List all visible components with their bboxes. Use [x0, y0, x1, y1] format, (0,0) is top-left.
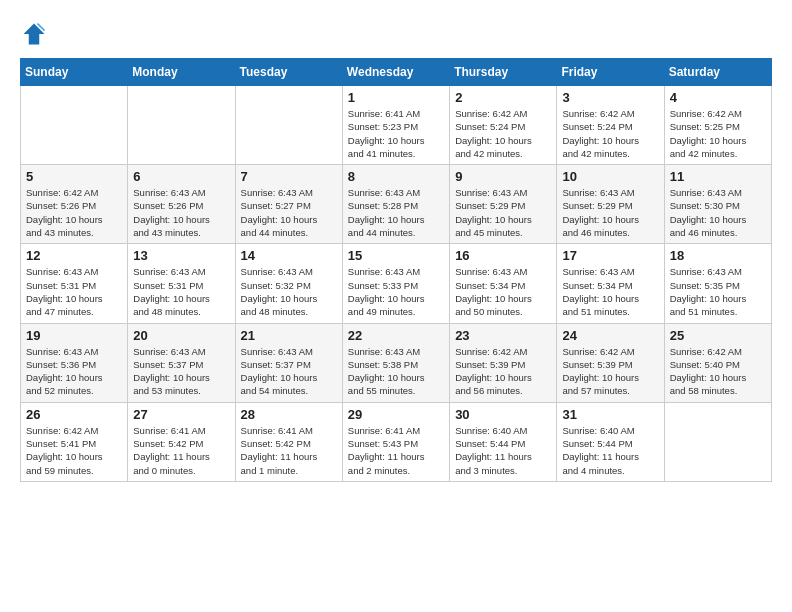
day-info: Sunrise: 6:43 AM Sunset: 5:34 PM Dayligh… — [562, 265, 658, 318]
logo-icon — [20, 20, 48, 48]
calendar-cell: 31Sunrise: 6:40 AM Sunset: 5:44 PM Dayli… — [557, 402, 664, 481]
day-info: Sunrise: 6:43 AM Sunset: 5:37 PM Dayligh… — [241, 345, 337, 398]
day-info: Sunrise: 6:42 AM Sunset: 5:40 PM Dayligh… — [670, 345, 766, 398]
calendar-cell — [664, 402, 771, 481]
day-info: Sunrise: 6:42 AM Sunset: 5:25 PM Dayligh… — [670, 107, 766, 160]
weekday-header-friday: Friday — [557, 59, 664, 86]
weekday-header-wednesday: Wednesday — [342, 59, 449, 86]
day-info: Sunrise: 6:43 AM Sunset: 5:35 PM Dayligh… — [670, 265, 766, 318]
day-number: 10 — [562, 169, 658, 184]
calendar-cell: 25Sunrise: 6:42 AM Sunset: 5:40 PM Dayli… — [664, 323, 771, 402]
weekday-header-row: SundayMondayTuesdayWednesdayThursdayFrid… — [21, 59, 772, 86]
day-info: Sunrise: 6:43 AM Sunset: 5:31 PM Dayligh… — [133, 265, 229, 318]
calendar-cell: 13Sunrise: 6:43 AM Sunset: 5:31 PM Dayli… — [128, 244, 235, 323]
day-info: Sunrise: 6:40 AM Sunset: 5:44 PM Dayligh… — [455, 424, 551, 477]
day-info: Sunrise: 6:43 AM Sunset: 5:37 PM Dayligh… — [133, 345, 229, 398]
day-number: 18 — [670, 248, 766, 263]
day-number: 29 — [348, 407, 444, 422]
week-row-5: 26Sunrise: 6:42 AM Sunset: 5:41 PM Dayli… — [21, 402, 772, 481]
day-info: Sunrise: 6:42 AM Sunset: 5:26 PM Dayligh… — [26, 186, 122, 239]
week-row-2: 5Sunrise: 6:42 AM Sunset: 5:26 PM Daylig… — [21, 165, 772, 244]
calendar-cell: 17Sunrise: 6:43 AM Sunset: 5:34 PM Dayli… — [557, 244, 664, 323]
day-info: Sunrise: 6:43 AM Sunset: 5:31 PM Dayligh… — [26, 265, 122, 318]
calendar-cell: 12Sunrise: 6:43 AM Sunset: 5:31 PM Dayli… — [21, 244, 128, 323]
day-number: 13 — [133, 248, 229, 263]
day-number: 30 — [455, 407, 551, 422]
day-info: Sunrise: 6:40 AM Sunset: 5:44 PM Dayligh… — [562, 424, 658, 477]
day-info: Sunrise: 6:41 AM Sunset: 5:42 PM Dayligh… — [133, 424, 229, 477]
calendar-cell — [235, 86, 342, 165]
calendar-cell: 4Sunrise: 6:42 AM Sunset: 5:25 PM Daylig… — [664, 86, 771, 165]
day-number: 28 — [241, 407, 337, 422]
calendar-cell: 27Sunrise: 6:41 AM Sunset: 5:42 PM Dayli… — [128, 402, 235, 481]
day-info: Sunrise: 6:41 AM Sunset: 5:42 PM Dayligh… — [241, 424, 337, 477]
day-info: Sunrise: 6:43 AM Sunset: 5:30 PM Dayligh… — [670, 186, 766, 239]
day-number: 1 — [348, 90, 444, 105]
day-info: Sunrise: 6:42 AM Sunset: 5:24 PM Dayligh… — [562, 107, 658, 160]
calendar-cell: 30Sunrise: 6:40 AM Sunset: 5:44 PM Dayli… — [450, 402, 557, 481]
day-info: Sunrise: 6:42 AM Sunset: 5:41 PM Dayligh… — [26, 424, 122, 477]
calendar-table: SundayMondayTuesdayWednesdayThursdayFrid… — [20, 58, 772, 482]
calendar-cell: 23Sunrise: 6:42 AM Sunset: 5:39 PM Dayli… — [450, 323, 557, 402]
week-row-4: 19Sunrise: 6:43 AM Sunset: 5:36 PM Dayli… — [21, 323, 772, 402]
calendar-cell: 6Sunrise: 6:43 AM Sunset: 5:26 PM Daylig… — [128, 165, 235, 244]
day-number: 23 — [455, 328, 551, 343]
day-number: 26 — [26, 407, 122, 422]
calendar-cell: 26Sunrise: 6:42 AM Sunset: 5:41 PM Dayli… — [21, 402, 128, 481]
calendar-cell: 29Sunrise: 6:41 AM Sunset: 5:43 PM Dayli… — [342, 402, 449, 481]
day-number: 5 — [26, 169, 122, 184]
calendar-cell: 19Sunrise: 6:43 AM Sunset: 5:36 PM Dayli… — [21, 323, 128, 402]
page-header — [20, 20, 772, 48]
calendar-cell: 5Sunrise: 6:42 AM Sunset: 5:26 PM Daylig… — [21, 165, 128, 244]
day-info: Sunrise: 6:43 AM Sunset: 5:26 PM Dayligh… — [133, 186, 229, 239]
calendar-cell: 21Sunrise: 6:43 AM Sunset: 5:37 PM Dayli… — [235, 323, 342, 402]
day-number: 4 — [670, 90, 766, 105]
day-number: 14 — [241, 248, 337, 263]
day-number: 20 — [133, 328, 229, 343]
weekday-header-tuesday: Tuesday — [235, 59, 342, 86]
week-row-3: 12Sunrise: 6:43 AM Sunset: 5:31 PM Dayli… — [21, 244, 772, 323]
calendar-cell: 16Sunrise: 6:43 AM Sunset: 5:34 PM Dayli… — [450, 244, 557, 323]
day-info: Sunrise: 6:43 AM Sunset: 5:28 PM Dayligh… — [348, 186, 444, 239]
logo — [20, 20, 52, 48]
day-info: Sunrise: 6:42 AM Sunset: 5:39 PM Dayligh… — [455, 345, 551, 398]
calendar-cell: 18Sunrise: 6:43 AM Sunset: 5:35 PM Dayli… — [664, 244, 771, 323]
day-info: Sunrise: 6:43 AM Sunset: 5:29 PM Dayligh… — [455, 186, 551, 239]
week-row-1: 1Sunrise: 6:41 AM Sunset: 5:23 PM Daylig… — [21, 86, 772, 165]
calendar-cell: 10Sunrise: 6:43 AM Sunset: 5:29 PM Dayli… — [557, 165, 664, 244]
day-info: Sunrise: 6:43 AM Sunset: 5:36 PM Dayligh… — [26, 345, 122, 398]
day-number: 9 — [455, 169, 551, 184]
calendar-cell: 15Sunrise: 6:43 AM Sunset: 5:33 PM Dayli… — [342, 244, 449, 323]
day-info: Sunrise: 6:43 AM Sunset: 5:27 PM Dayligh… — [241, 186, 337, 239]
day-info: Sunrise: 6:41 AM Sunset: 5:23 PM Dayligh… — [348, 107, 444, 160]
day-number: 19 — [26, 328, 122, 343]
calendar-cell — [128, 86, 235, 165]
day-number: 17 — [562, 248, 658, 263]
day-info: Sunrise: 6:43 AM Sunset: 5:33 PM Dayligh… — [348, 265, 444, 318]
day-number: 16 — [455, 248, 551, 263]
day-info: Sunrise: 6:43 AM Sunset: 5:38 PM Dayligh… — [348, 345, 444, 398]
day-number: 27 — [133, 407, 229, 422]
day-number: 22 — [348, 328, 444, 343]
day-number: 24 — [562, 328, 658, 343]
day-number: 8 — [348, 169, 444, 184]
day-number: 2 — [455, 90, 551, 105]
day-number: 15 — [348, 248, 444, 263]
day-info: Sunrise: 6:43 AM Sunset: 5:34 PM Dayligh… — [455, 265, 551, 318]
weekday-header-saturday: Saturday — [664, 59, 771, 86]
day-number: 25 — [670, 328, 766, 343]
day-number: 3 — [562, 90, 658, 105]
calendar-cell: 24Sunrise: 6:42 AM Sunset: 5:39 PM Dayli… — [557, 323, 664, 402]
weekday-header-thursday: Thursday — [450, 59, 557, 86]
day-number: 21 — [241, 328, 337, 343]
weekday-header-sunday: Sunday — [21, 59, 128, 86]
calendar-cell: 1Sunrise: 6:41 AM Sunset: 5:23 PM Daylig… — [342, 86, 449, 165]
day-number: 6 — [133, 169, 229, 184]
calendar-cell — [21, 86, 128, 165]
day-info: Sunrise: 6:41 AM Sunset: 5:43 PM Dayligh… — [348, 424, 444, 477]
day-info: Sunrise: 6:42 AM Sunset: 5:24 PM Dayligh… — [455, 107, 551, 160]
calendar-cell: 22Sunrise: 6:43 AM Sunset: 5:38 PM Dayli… — [342, 323, 449, 402]
weekday-header-monday: Monday — [128, 59, 235, 86]
day-number: 7 — [241, 169, 337, 184]
calendar-cell: 3Sunrise: 6:42 AM Sunset: 5:24 PM Daylig… — [557, 86, 664, 165]
